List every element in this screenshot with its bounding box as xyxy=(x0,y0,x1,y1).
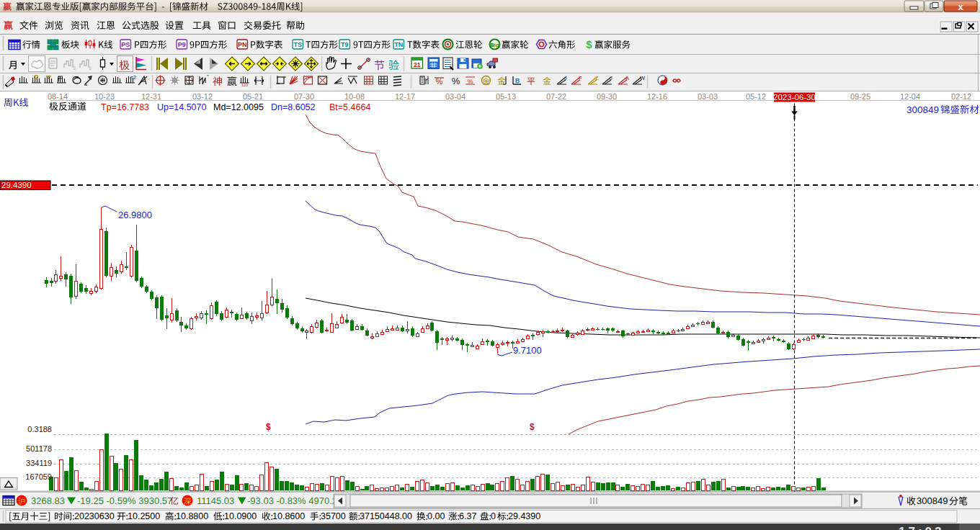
svg-text:05-21: 05-21 xyxy=(243,92,263,101)
svg-text:29.4390: 29.4390 xyxy=(508,511,540,521)
svg-text:J: J xyxy=(610,75,612,81)
svg-text:TN: TN xyxy=(394,41,403,48)
svg-text:300849: 300849 xyxy=(917,495,948,506)
svg-text:0.3188: 0.3188 xyxy=(27,425,52,434)
svg-text:10.2500: 10.2500 xyxy=(128,511,160,521)
svg-text:3268.83: 3268.83 xyxy=(31,495,65,506)
svg-text:Md=12.0095: Md=12.0095 xyxy=(213,102,264,112)
svg-text:B: B xyxy=(515,77,520,84)
svg-text:29.4390: 29.4390 xyxy=(1,181,32,189)
svg-text:12-17: 12-17 xyxy=(395,92,415,101)
svg-text:26.9800: 26.9800 xyxy=(118,210,152,220)
svg-text:%: % xyxy=(436,77,443,86)
svg-text:10.0900: 10.0900 xyxy=(224,511,257,521)
svg-text:09-30: 09-30 xyxy=(597,92,617,101)
svg-text:37150448.00: 37150448.00 xyxy=(360,511,412,521)
svg-text:10-23: 10-23 xyxy=(94,92,115,101)
svg-text:10.8800: 10.8800 xyxy=(176,511,208,521)
svg-text:0: 0 xyxy=(491,511,496,521)
svg-text:W: W xyxy=(640,75,646,81)
svg-text:501178: 501178 xyxy=(26,444,52,453)
svg-text:09-25: 09-25 xyxy=(850,92,870,101)
svg-text:03-03: 03-03 xyxy=(698,92,718,101)
svg-text:Tp=16.7783: Tp=16.7783 xyxy=(101,102,149,112)
svg-text:167059: 167059 xyxy=(25,472,52,481)
svg-text:n2: n2 xyxy=(130,75,136,80)
svg-text:A: A xyxy=(625,75,629,81)
svg-text:123: 123 xyxy=(241,83,248,87)
svg-text:$: $ xyxy=(586,38,592,50)
svg-text:03-12: 03-12 xyxy=(192,92,213,101)
svg-text:05-12: 05-12 xyxy=(746,92,766,101)
svg-text:Z: Z xyxy=(595,75,599,81)
svg-text:$: $ xyxy=(266,422,271,432)
svg-text:0.00: 0.00 xyxy=(427,511,445,521)
svg-text:Dn=8.6052: Dn=8.6052 xyxy=(271,102,316,112)
svg-text:21: 21 xyxy=(414,61,421,68)
svg-text:Bt=5.4664: Bt=5.4664 xyxy=(329,102,370,112)
svg-text:3: 3 xyxy=(73,66,76,71)
svg-text:334119: 334119 xyxy=(26,459,52,467)
svg-text:08-14: 08-14 xyxy=(48,92,68,101)
svg-text:02-12: 02-12 xyxy=(951,92,971,101)
svg-text:12-16: 12-16 xyxy=(647,92,667,101)
svg-text:9.7100: 9.7100 xyxy=(513,345,542,356)
svg-text:-93.03 -0.83% 4970.2: -93.03 -0.83% 4970.2 xyxy=(247,495,337,506)
svg-text:J: J xyxy=(564,75,567,81)
svg-text:6.37: 6.37 xyxy=(459,511,476,521)
svg-text:9: 9 xyxy=(89,66,92,71)
svg-text:17:03: 17:03 xyxy=(899,525,944,530)
svg-text:TS: TS xyxy=(294,41,303,48)
svg-text:12-31: 12-31 xyxy=(141,92,161,101)
svg-text:20230630: 20230630 xyxy=(74,511,115,521)
svg-text:PN: PN xyxy=(238,41,247,48)
svg-text:2023-06-30: 2023-06-30 xyxy=(773,93,816,102)
svg-text:": " xyxy=(207,73,209,80)
svg-text:P9: P9 xyxy=(178,41,186,48)
svg-text:PS: PS xyxy=(121,41,130,48)
svg-text:35700: 35700 xyxy=(321,511,346,521)
svg-text:Up=14.5070: Up=14.5070 xyxy=(157,102,207,112)
svg-text:07-30: 07-30 xyxy=(294,92,314,101)
svg-text:03-04: 03-04 xyxy=(445,92,466,101)
svg-text:Big: Big xyxy=(490,42,499,48)
svg-text:11145.03: 11145.03 xyxy=(197,495,234,506)
svg-text:10.8600: 10.8600 xyxy=(272,511,305,521)
svg-text:%: % xyxy=(452,76,460,86)
svg-text:T9: T9 xyxy=(341,41,349,48)
svg-text:05-13: 05-13 xyxy=(496,92,516,101)
svg-text:F: F xyxy=(579,75,582,81)
svg-text:10-08: 10-08 xyxy=(344,92,365,101)
svg-text:300849: 300849 xyxy=(906,104,939,115)
svg-text:07-22: 07-22 xyxy=(546,92,566,101)
svg-text:x: x xyxy=(958,1,963,12)
svg-text:-19.25 -0.59% 3930.57: -19.25 -0.59% 3930.57 xyxy=(77,495,172,506)
svg-text:12-04: 12-04 xyxy=(900,92,920,101)
svg-text:%: % xyxy=(467,78,473,85)
svg-text:$: $ xyxy=(530,422,535,432)
